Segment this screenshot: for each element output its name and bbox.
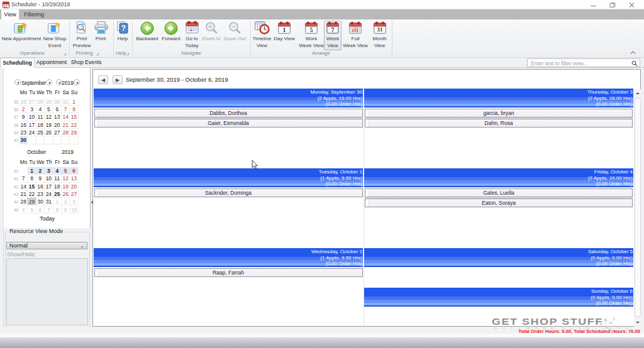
svg-text:5: 5 xyxy=(310,26,313,33)
svg-text:1: 1 xyxy=(283,26,286,33)
svg-text:31: 31 xyxy=(377,26,384,33)
svg-text:7: 7 xyxy=(331,26,335,33)
svg-text:?: ? xyxy=(121,24,126,33)
